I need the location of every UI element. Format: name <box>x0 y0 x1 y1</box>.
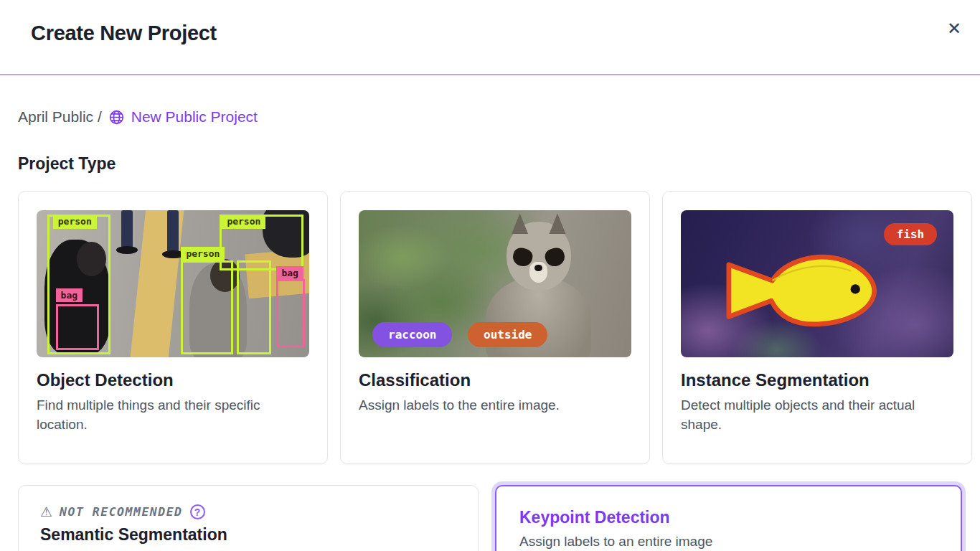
class-tag-raccoon: raccoon <box>372 322 452 347</box>
project-type-grid-row2: ⚠ NOT RECOMMENDED ? Semantic Segmentatio… <box>18 485 962 551</box>
warning-icon: ⚠ <box>40 505 52 519</box>
project-type-heading: Project Type <box>18 154 962 174</box>
breadcrumb-workspace: April Public / <box>18 108 102 126</box>
card-classification[interactable]: raccoon outside Classification Assign la… <box>340 191 650 464</box>
bbox-label-person: person <box>181 247 225 261</box>
not-recommended-label: NOT RECOMMENDED <box>60 505 183 519</box>
card-title-keypoint-detection: Keypoint Detection <box>519 508 938 527</box>
bbox-label-person: person <box>53 215 97 229</box>
card-instance-segmentation[interactable]: fish Instance Segmentation Detect multip… <box>662 191 972 464</box>
card-object-detection[interactable]: person person person bag bag Object Dete… <box>18 191 328 464</box>
card-title-semantic-segmentation: Semantic Segmentation <box>40 525 456 545</box>
bbox-label-bag: bag <box>276 266 303 281</box>
modal-title: Create New Project <box>31 22 217 45</box>
segment-tag-fish: fish <box>884 223 938 245</box>
card-desc-keypoint-detection: Assign labels to an entire image <box>519 534 938 550</box>
card-semantic-segmentation[interactable]: ⚠ NOT RECOMMENDED ? Semantic Segmentatio… <box>18 485 479 551</box>
card-title-object-detection: Object Detection <box>37 370 309 390</box>
project-type-grid: person person person bag bag Object Dete… <box>18 191 972 464</box>
modal-header: Create New Project ✕ <box>0 0 980 75</box>
fish-segmentation-mask <box>692 225 904 352</box>
instance-segmentation-image: fish <box>681 210 953 357</box>
breadcrumb: April Public / New Public Project <box>18 108 962 126</box>
not-recommended-badge: ⚠ NOT RECOMMENDED ? <box>40 504 456 519</box>
bbox-label-bag: bag <box>56 288 83 303</box>
classification-image: raccoon outside <box>359 210 631 357</box>
breadcrumb-current-project: New Public Project <box>131 108 258 126</box>
class-tag-outside: outside <box>468 322 547 347</box>
card-title-instance-segmentation: Instance Segmentation <box>681 370 953 390</box>
card-desc-object-detection: Find multiple things and their specific … <box>37 396 295 435</box>
card-desc-classification: Assign labels to the entire image. <box>359 396 617 415</box>
object-detection-image: person person person bag bag <box>37 210 309 357</box>
card-keypoint-detection[interactable]: Keypoint Detection Assign labels to an e… <box>495 485 962 551</box>
bbox-label-person: person <box>222 215 265 229</box>
card-title-classification: Classification <box>359 370 631 390</box>
help-icon[interactable]: ? <box>190 504 205 519</box>
close-icon[interactable]: ✕ <box>947 20 961 37</box>
card-desc-instance-segmentation: Detect multiple objects and their actual… <box>681 396 939 435</box>
globe-icon <box>108 109 125 126</box>
